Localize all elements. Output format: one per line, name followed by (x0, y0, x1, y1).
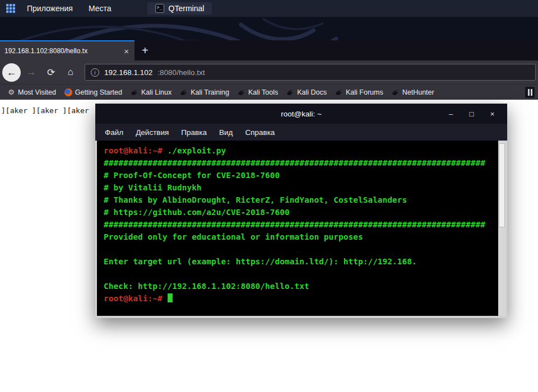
url-bar[interactable]: i 192.168.1.102:8080/hello.txt (85, 64, 536, 81)
bookmark-kali-training[interactable]: Kali Training (176, 87, 233, 98)
terminal-titlebar[interactable]: root@kali: ~ – □ × (95, 104, 507, 124)
top-panel: Приложения Места QTerminal (0, 0, 538, 17)
bookmark-kali-linux[interactable]: Kali Linux (127, 87, 175, 98)
terminal-menu-view[interactable]: Вид (214, 127, 238, 138)
browser-tab[interactable]: 192.168.1.102:8080/hello.tx × (0, 40, 134, 60)
terminal-menu-help[interactable]: Справка (240, 127, 280, 138)
minimize-button[interactable]: – (440, 110, 461, 118)
terminal-line: # Thanks by AlbinoDrought, RicterZ, Find… (104, 194, 497, 206)
bookmark-label: Getting Started (75, 88, 122, 96)
url-host-text: 192.168.1.102 (104, 68, 152, 77)
bookmark-label: Kali Linux (141, 88, 171, 96)
bookmark-label: Most Visited (18, 88, 56, 96)
terminal-line: Provided only for educational or informa… (104, 231, 497, 243)
kali-dragon-icon (286, 88, 294, 96)
terminal-menu-edit[interactable]: Правка (176, 127, 212, 138)
terminal-text-segment: Check: http://192.168.1.102:8080/hello.t… (104, 282, 309, 291)
bookmark-kali-docs[interactable]: Kali Docs (282, 87, 331, 98)
terminal-output[interactable]: root@kali:~# ./exploit.py###############… (97, 141, 498, 316)
tab-title: 192.168.1.102:8080/hello.tx (4, 47, 119, 55)
terminal-body: root@kali:~# ./exploit.py###############… (95, 141, 507, 318)
terminal-line: root@kali:~# (104, 292, 497, 305)
maximize-button[interactable]: □ (461, 110, 482, 118)
terminal-line (104, 268, 497, 280)
terminal-line: root@kali:~# ./exploit.py (104, 144, 497, 157)
gear-icon: ⚙ (7, 88, 15, 96)
kali-dragon-icon (392, 88, 400, 96)
kali-menu-button[interactable] (3, 1, 18, 16)
terminal-scrollbar[interactable] (498, 141, 505, 316)
terminal-cursor (168, 293, 173, 302)
terminal-window-buttons: – □ × (440, 104, 503, 124)
url-path-text: :8080/hello.txt (157, 68, 205, 77)
terminal-line: ########################################… (104, 218, 497, 231)
reload-button[interactable]: ⟳ (42, 63, 60, 81)
screen: Приложения Места QTerminal 192.168.1.102… (0, 0, 538, 392)
terminal-line: # https://github.com/a2u/CVE-2018-7600 (104, 206, 497, 218)
terminal-window: root@kali: ~ – □ × ФайлДействияПравкаВид… (95, 104, 507, 318)
terminal-menu-file[interactable]: Файл (100, 127, 128, 138)
bookmark-most-visited[interactable]: ⚙Most Visited (3, 87, 60, 98)
bookmark-label: Kali Training (191, 88, 229, 96)
terminal-text-segment: root@kali (104, 294, 148, 303)
terminal-text-segment: :~# (148, 294, 168, 303)
terminal-text-segment: # by Vitalii Rudnykh (104, 183, 202, 192)
panel-task-label: QTerminal (169, 4, 205, 13)
close-button[interactable]: × (482, 110, 503, 118)
panel-menu-places[interactable]: Места (82, 2, 118, 15)
bookmark-label: NetHunter (402, 88, 434, 96)
tab-bar: 192.168.1.102:8080/hello.tx × + (0, 40, 538, 60)
terminal-text-segment: Enter target url (example: https://domai… (104, 257, 417, 266)
home-button[interactable]: ⌂ (62, 63, 80, 81)
terminal-text-segment: root@kali (104, 146, 148, 155)
bookmark-kali-forums[interactable]: Kali Forums (331, 87, 387, 98)
panel-task-qterminal[interactable]: QTerminal (147, 2, 212, 15)
bookmark-label: Kali Forums (346, 88, 383, 96)
kali-dragon-icon (335, 88, 343, 96)
kali-dragon-icon (131, 88, 138, 96)
kali-menu-icon (6, 3, 16, 13)
qterminal-icon (155, 4, 164, 13)
bookmark-nethunter[interactable]: NetHunter (388, 87, 438, 98)
site-info-icon[interactable]: i (91, 68, 99, 77)
terminal-line: ########################################… (104, 157, 497, 169)
terminal-line: # Proof-Of-Concept for CVE-2018-7600 (104, 169, 497, 181)
navigation-toolbar: ← → ⟳ ⌂ i 192.168.1.102:8080/hello.txt (0, 60, 538, 84)
back-button[interactable]: ← (2, 63, 21, 82)
kali-dragon-icon (238, 88, 245, 96)
firefox-icon (64, 88, 72, 96)
desktop-wallpaper (0, 17, 538, 40)
terminal-line (104, 243, 497, 255)
terminal-menu-actions[interactable]: Действия (131, 127, 174, 138)
terminal-menubar: ФайлДействияПравкаВидСправка (95, 124, 507, 141)
kali-dragon-icon (180, 88, 188, 96)
tab-close-icon[interactable]: × (122, 47, 131, 55)
kali-dragon-swirl (0, 17, 538, 40)
terminal-text-segment: ########################################… (104, 220, 485, 229)
terminal-text-segment: # Thanks by AlbinoDrought, RicterZ, Find… (104, 195, 407, 204)
terminal-text-segment: # Proof-Of-Concept for CVE-2018-7600 (104, 171, 280, 180)
bookmarks-toolbar: ⚙Most VisitedGetting StartedKali LinuxKa… (0, 84, 538, 100)
terminal-line: Enter target url (example: https://domai… (104, 255, 497, 268)
bookmark-label: Kali Tools (248, 88, 278, 96)
panel-menu-applications[interactable]: Приложения (20, 2, 80, 15)
terminal-text-segment: # https://github.com/a2u/CVE-2018-7600 (104, 208, 290, 217)
terminal-text-segment: ########################################… (104, 158, 485, 167)
terminal-text-segment: Provided only for educational or informa… (104, 232, 363, 241)
terminal-text-segment: ./exploit.py (168, 146, 226, 155)
terminal-scrollbar-thumb[interactable] (499, 143, 505, 227)
bookmark-label: Kali Docs (297, 88, 327, 96)
terminal-line: # by Vitalii Rudnykh (104, 181, 497, 194)
new-tab-button[interactable]: + (134, 40, 156, 60)
bookmark-getting-started[interactable]: Getting Started (61, 87, 126, 98)
terminal-text-segment: :~# (148, 146, 168, 155)
terminal-line: Check: http://192.168.1.102:8080/hello.t… (104, 280, 497, 292)
bookmark-kali-tools[interactable]: Kali Tools (234, 87, 282, 98)
forward-button[interactable]: → (22, 63, 40, 81)
offsec-bookmark-icon[interactable] (525, 87, 535, 98)
